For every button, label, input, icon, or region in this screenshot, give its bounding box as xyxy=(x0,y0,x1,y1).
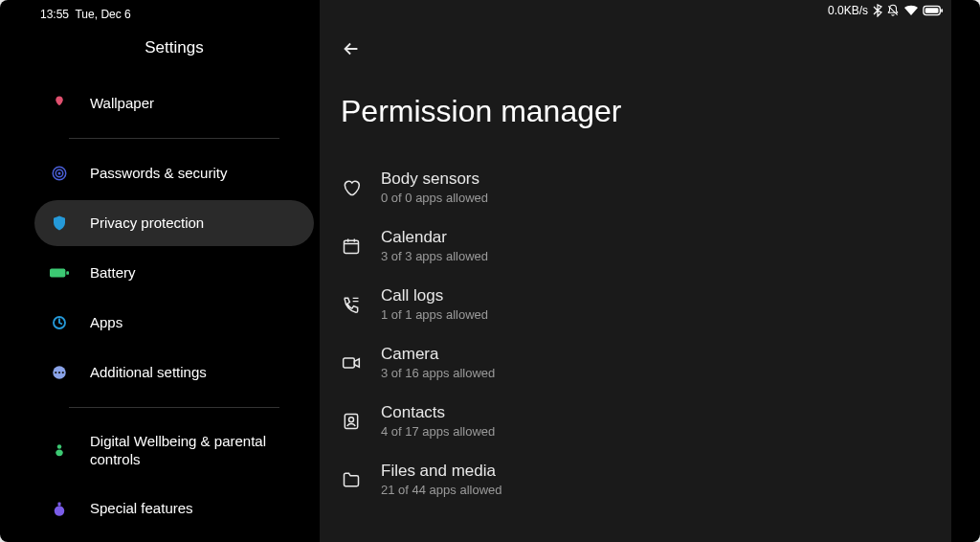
nav-list: Wallpaper Passwords & security Privacy p… xyxy=(29,79,320,534)
page-title: Permission manager xyxy=(320,77,951,158)
permission-title: Body sensors xyxy=(381,169,488,189)
network-speed: 0.0KB/s xyxy=(828,4,868,17)
permission-sub: 3 of 3 apps allowed xyxy=(381,249,488,263)
svg-point-19 xyxy=(349,417,354,421)
status-time: 13:55 xyxy=(40,8,69,21)
sidebar-item-label: Battery xyxy=(90,264,136,282)
sidebar-item-label: Wallpaper xyxy=(90,95,154,113)
sidebar-item-label: Special features xyxy=(90,500,193,518)
sidebar-item-wellbeing[interactable]: Digital Wellbeing & parental controls xyxy=(34,419,314,483)
calendar-icon xyxy=(341,236,362,257)
sidebar: 13:55 Tue, Dec 6 Settings Wallpaper Pass… xyxy=(29,0,320,542)
permission-title: Call logs xyxy=(381,286,488,305)
permission-title: Files and media xyxy=(381,462,501,481)
contacts-icon xyxy=(341,411,362,432)
wallpaper-icon xyxy=(50,94,69,113)
battery-nav-icon xyxy=(50,263,69,282)
permission-sub: 3 of 16 apps allowed xyxy=(381,366,495,380)
bluetooth-icon xyxy=(873,4,882,17)
main-panel: Permission manager Body sensors 0 of 0 a… xyxy=(320,0,951,542)
apps-icon xyxy=(50,313,69,332)
wifi-icon xyxy=(903,5,919,16)
svg-rect-15 xyxy=(58,502,61,506)
sidebar-item-wallpaper[interactable]: Wallpaper xyxy=(34,80,314,126)
special-icon xyxy=(50,500,69,519)
svg-rect-17 xyxy=(344,358,355,368)
permission-title: Calendar xyxy=(381,228,488,247)
svg-rect-1 xyxy=(925,8,939,13)
svg-rect-7 xyxy=(66,271,69,275)
more-icon xyxy=(50,363,69,382)
sidebar-title: Settings xyxy=(29,31,320,79)
status-icons xyxy=(873,4,944,17)
divider xyxy=(69,407,279,408)
permission-files[interactable]: Files and media 21 of 44 apps allowed xyxy=(341,450,951,508)
statusbar-right: 0.0KB/s xyxy=(828,4,944,17)
sidebar-item-additional[interactable]: Additional settings xyxy=(34,350,314,395)
permission-sub: 0 of 0 apps allowed xyxy=(381,191,488,205)
status-date: Tue, Dec 6 xyxy=(75,8,130,21)
dnd-icon xyxy=(886,4,900,17)
sidebar-item-passwords[interactable]: Passwords & security xyxy=(34,150,314,196)
sidebar-item-label: Privacy protection xyxy=(90,215,204,233)
sidebar-item-special[interactable]: Special features xyxy=(34,486,314,532)
svg-point-5 xyxy=(58,172,60,174)
svg-rect-6 xyxy=(50,268,65,277)
permission-call-logs[interactable]: Call logs 1 of 1 apps allowed xyxy=(341,275,951,333)
permission-title: Camera xyxy=(381,345,495,364)
sidebar-item-label: Apps xyxy=(90,314,122,332)
svg-point-11 xyxy=(58,372,60,373)
sidebar-item-battery[interactable]: Battery xyxy=(34,250,314,296)
heart-icon xyxy=(341,177,362,198)
svg-point-12 xyxy=(62,372,64,373)
camera-icon xyxy=(341,352,362,373)
sidebar-item-privacy[interactable]: Privacy protection xyxy=(34,200,314,246)
shield-icon xyxy=(50,214,69,233)
permission-contacts[interactable]: Contacts 4 of 17 apps allowed xyxy=(341,392,951,450)
divider xyxy=(69,138,279,139)
permission-body-sensors[interactable]: Body sensors 0 of 0 apps allowed xyxy=(341,158,951,216)
permission-sub: 1 of 1 apps allowed xyxy=(381,307,488,322)
svg-rect-2 xyxy=(941,9,943,12)
permission-camera[interactable]: Camera 3 of 16 apps allowed xyxy=(341,333,951,392)
permission-title: Contacts xyxy=(381,403,495,422)
wellbeing-icon xyxy=(50,441,69,461)
permission-calendar[interactable]: Calendar 3 of 3 apps allowed xyxy=(341,216,951,275)
back-button[interactable] xyxy=(320,27,362,77)
battery-icon xyxy=(923,5,944,16)
folder-icon xyxy=(341,469,362,490)
statusbar-left: 13:55 Tue, Dec 6 xyxy=(29,4,320,31)
svg-rect-18 xyxy=(345,414,357,428)
svg-point-14 xyxy=(55,506,65,516)
svg-point-13 xyxy=(57,444,62,449)
permission-sub: 21 of 44 apps allowed xyxy=(381,483,501,497)
permission-sub: 4 of 17 apps allowed xyxy=(381,424,495,439)
svg-rect-16 xyxy=(345,240,359,253)
sidebar-item-label: Additional settings xyxy=(90,364,207,382)
permission-list: Body sensors 0 of 0 apps allowed Calenda… xyxy=(320,158,951,508)
svg-point-10 xyxy=(55,372,56,373)
sidebar-item-label: Passwords & security xyxy=(90,165,227,183)
arrow-left-icon xyxy=(341,38,362,59)
sidebar-item-label: Digital Wellbeing & parental controls xyxy=(90,433,302,469)
fingerprint-icon xyxy=(50,164,69,183)
sidebar-item-apps[interactable]: Apps xyxy=(34,300,314,346)
phone-list-icon xyxy=(341,294,362,315)
